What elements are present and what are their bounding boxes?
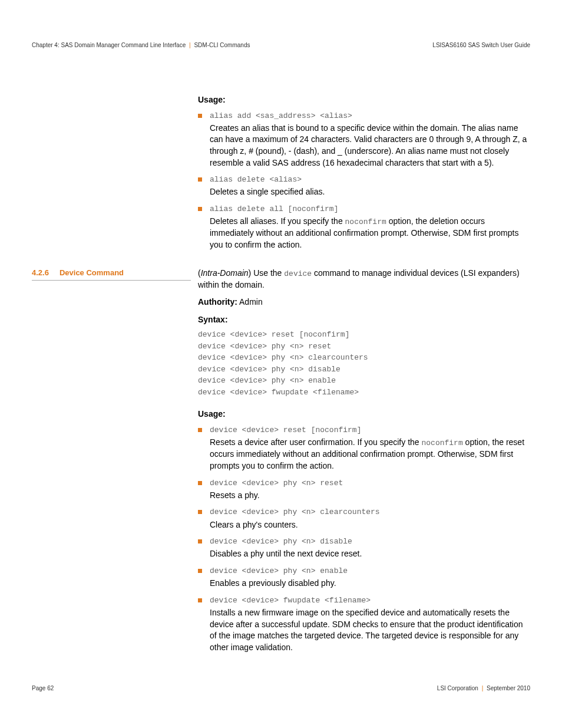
footer-company: LSI Corporation <box>437 685 478 691</box>
description-text: Installs a new firmware image on the spe… <box>210 607 530 653</box>
header-divider-icon: | <box>189 42 191 48</box>
inline-code: noconfirm <box>345 218 386 226</box>
list-item: device <device> phy <n> clearcounters Cl… <box>198 507 530 531</box>
description-text: Enables a previously disabled phy. <box>210 578 530 589</box>
code-line: device <device> reset [noconfirm] <box>210 425 530 436</box>
text-fragment: Deletes all aliases. If you specify the <box>210 216 345 226</box>
authority-value: Admin <box>237 297 263 307</box>
page-header: Chapter 4: SAS Domain Manager Command Li… <box>32 41 530 50</box>
usage-list-2: device <device> reset [noconfirm] Resets… <box>198 425 530 653</box>
code-line: device <device> phy <n> reset <box>210 478 530 489</box>
section-heading[interactable]: 4.2.6 Device Command <box>32 268 191 281</box>
description-text: Clears a phy's counters. <box>210 519 530 531</box>
code-line: alias delete <alias> <box>210 174 530 185</box>
code-line: alias delete all [noconfirm] <box>210 204 530 215</box>
section-number: 4.2.6 <box>32 268 49 278</box>
header-right: LSISAS6160 SAS Switch User Guide <box>432 41 530 50</box>
italic-text: Intra-Domain <box>201 268 249 278</box>
usage-list-1: alias add <sas_address> <alias> Creates … <box>198 111 530 251</box>
text-fragment: Resets a device after user confirmation.… <box>210 437 422 447</box>
code-line: device <device> phy <n> disable <box>210 536 530 547</box>
syntax-block: device <device> reset [noconfirm] device… <box>198 329 530 398</box>
list-item: device <device> phy <n> enable Enables a… <box>198 566 530 589</box>
list-item: alias delete <alias> Deletes a single sp… <box>198 174 530 198</box>
list-item: device <device> reset [noconfirm] Resets… <box>198 425 530 472</box>
list-item: device <device> phy <n> disable Disables… <box>198 536 530 560</box>
syntax-label: Syntax: <box>198 314 530 326</box>
list-item: alias add <sas_address> <alias> Creates … <box>198 111 530 169</box>
page-footer: Page 62 LSI Corporation | September 2010 <box>32 684 530 693</box>
footer-date: September 2010 <box>487 685 530 691</box>
code-line: device <device> fwupdate <filename> <box>210 595 530 606</box>
footer-divider-icon: | <box>482 685 484 691</box>
footer-page: Page 62 <box>32 684 54 693</box>
section-title: Device Command <box>59 268 124 278</box>
description-text: Resets a device after user confirmation.… <box>210 437 530 472</box>
list-item: device <device> fwupdate <filename> Inst… <box>198 595 530 654</box>
description-text: Creates an alias that is bound to a spec… <box>210 123 530 169</box>
list-item: device <device> phy <n> reset Resets a p… <box>198 478 530 502</box>
list-item: alias delete all [noconfirm] Deletes all… <box>198 204 530 251</box>
section-intro: (Intra-Domain) Use the device command to… <box>198 268 530 291</box>
inline-code: device <box>284 269 312 278</box>
description-text: Deletes all aliases. If you specify the … <box>210 216 530 251</box>
text-fragment: ) Use the <box>249 268 285 278</box>
usage-heading: Usage: <box>198 409 530 420</box>
description-text: Deletes a single specified alias. <box>210 186 530 198</box>
description-text: Resets a phy. <box>210 490 530 502</box>
usage-heading: Usage: <box>198 94 530 106</box>
description-text: Disables a phy until the next device res… <box>210 548 530 560</box>
code-line: device <device> phy <n> clearcounters <box>210 507 530 518</box>
footer-right: LSI Corporation | September 2010 <box>437 684 530 693</box>
page-content: Usage: alias add <sas_address> <alias> C… <box>32 94 530 659</box>
authority-label: Authority: <box>198 297 237 307</box>
header-left: Chapter 4: SAS Domain Manager Command Li… <box>32 41 250 50</box>
authority-line: Authority: Admin <box>198 297 530 308</box>
header-section: SDM-CLI Commands <box>194 42 250 48</box>
header-chapter: Chapter 4: SAS Domain Manager Command Li… <box>32 42 186 48</box>
inline-code: noconfirm <box>422 439 463 447</box>
code-line: device <device> phy <n> enable <box>210 566 530 577</box>
code-line: alias add <sas_address> <alias> <box>210 111 530 121</box>
